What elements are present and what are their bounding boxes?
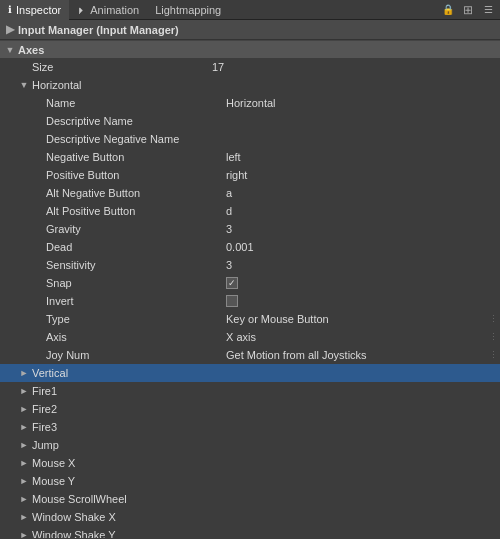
horizontal-row-label: Horizontal: [32, 79, 212, 91]
windowshakey-row-arrow: [18, 529, 30, 538]
neg-btn-row[interactable]: Negative Buttonleft: [0, 148, 500, 166]
fire1-row[interactable]: Fire1: [0, 382, 500, 400]
snap-row[interactable]: Snap: [0, 274, 500, 292]
joynum-row-drag-handle[interactable]: ⋮: [489, 350, 498, 360]
axes-arrow: [4, 44, 16, 56]
content-area[interactable]: Axes Size17HorizontalNameHorizontalDescr…: [0, 40, 500, 538]
joynum-row-value: Get Motion from all Joysticks: [226, 349, 500, 361]
fire2-row[interactable]: Fire2: [0, 400, 500, 418]
title-bar: ▶ Input Manager (Input Manager): [0, 20, 500, 40]
gravity-row-value: 3: [226, 223, 500, 235]
type-row-value: Key or Mouse Button: [226, 313, 500, 325]
pos-btn-row-label: Positive Button: [46, 169, 226, 181]
name-row-label: Name: [46, 97, 226, 109]
tab-animation[interactable]: ⏵ Animation: [69, 0, 147, 20]
windowshakex-row[interactable]: Window Shake X: [0, 508, 500, 526]
inspector-icon: ℹ: [8, 4, 12, 15]
pos-btn-row-value: right: [226, 169, 500, 181]
sensitivity-row[interactable]: Sensitivity3: [0, 256, 500, 274]
mousex-row-arrow: [18, 457, 30, 469]
axis-row[interactable]: AxisX axis⋮: [0, 328, 500, 346]
windowshakey-row-label: Window Shake Y: [32, 529, 212, 538]
menu-icon[interactable]: ☰: [480, 2, 496, 18]
lock-icon[interactable]: 🔒: [440, 2, 456, 18]
mousey-row[interactable]: Mouse Y: [0, 472, 500, 490]
windowshakex-row-label: Window Shake X: [32, 511, 212, 523]
desc-neg-name-row-label: Descriptive Negative Name: [46, 133, 226, 145]
axis-row-value: X axis: [226, 331, 500, 343]
fire3-row[interactable]: Fire3: [0, 418, 500, 436]
desc-name-row-label: Descriptive Name: [46, 115, 226, 127]
mousex-row-label: Mouse X: [32, 457, 212, 469]
pos-btn-row[interactable]: Positive Buttonright: [0, 166, 500, 184]
tab-inspector[interactable]: ℹ Inspector: [0, 0, 69, 20]
axis-row-drag-handle[interactable]: ⋮: [489, 332, 498, 342]
gravity-row-label: Gravity: [46, 223, 226, 235]
fire2-row-label: Fire2: [32, 403, 212, 415]
invert-row-checkbox[interactable]: [226, 295, 238, 307]
snap-row-label: Snap: [46, 277, 226, 289]
dead-row-value: 0.001: [226, 241, 500, 253]
windowshakex-row-arrow: [18, 511, 30, 523]
neg-btn-row-value: left: [226, 151, 500, 163]
desc-name-row[interactable]: Descriptive Name: [0, 112, 500, 130]
alt-neg-btn-row-value: a: [226, 187, 500, 199]
dead-row[interactable]: Dead0.001: [0, 238, 500, 256]
type-row-label: Type: [46, 313, 226, 325]
fire3-row-label: Fire3: [32, 421, 212, 433]
name-row-value: Horizontal: [226, 97, 500, 109]
mousex-row[interactable]: Mouse X: [0, 454, 500, 472]
fire2-row-arrow: [18, 403, 30, 415]
type-row[interactable]: TypeKey or Mouse Button⋮: [0, 310, 500, 328]
vertical-row-label: Vertical: [32, 367, 212, 379]
gravity-row[interactable]: Gravity3: [0, 220, 500, 238]
tab-lightmapping-label: Lightmapping: [155, 4, 221, 16]
title-arrow: ▶: [6, 23, 14, 36]
grid-icon[interactable]: ⊞: [460, 2, 476, 18]
mousescroll-row[interactable]: Mouse ScrollWheel: [0, 490, 500, 508]
mousescroll-row-label: Mouse ScrollWheel: [32, 493, 212, 505]
tab-inspector-label: Inspector: [16, 4, 61, 16]
alt-pos-btn-row-label: Alt Positive Button: [46, 205, 226, 217]
alt-pos-btn-row[interactable]: Alt Positive Buttond: [0, 202, 500, 220]
axis-row-label: Axis: [46, 331, 226, 343]
tab-lightmapping[interactable]: Lightmapping: [147, 0, 229, 20]
desc-neg-name-row[interactable]: Descriptive Negative Name: [0, 130, 500, 148]
type-row-drag-handle[interactable]: ⋮: [489, 314, 498, 324]
alt-neg-btn-row[interactable]: Alt Negative Buttona: [0, 184, 500, 202]
mousescroll-row-arrow: [18, 493, 30, 505]
tab-animation-label: Animation: [90, 4, 139, 16]
page-title: Input Manager (Input Manager): [18, 24, 179, 36]
sensitivity-row-label: Sensitivity: [46, 259, 226, 271]
vertical-row-arrow: [18, 367, 30, 379]
fire3-row-arrow: [18, 421, 30, 433]
fire1-row-arrow: [18, 385, 30, 397]
size-row[interactable]: Size17: [0, 58, 500, 76]
snap-row-checkbox[interactable]: [226, 277, 238, 289]
animation-icon: ⏵: [77, 5, 86, 15]
horizontal-row-arrow: [18, 79, 30, 91]
alt-neg-btn-row-label: Alt Negative Button: [46, 187, 226, 199]
dead-row-label: Dead: [46, 241, 226, 253]
invert-row-label: Invert: [46, 295, 226, 307]
size-row-value: 17: [212, 61, 500, 73]
axes-section-header: Axes: [0, 40, 500, 58]
horizontal-row[interactable]: Horizontal: [0, 76, 500, 94]
jump-row-arrow: [18, 439, 30, 451]
invert-row[interactable]: Invert: [0, 292, 500, 310]
jump-row-label: Jump: [32, 439, 212, 451]
jump-row[interactable]: Jump: [0, 436, 500, 454]
size-row-label: Size: [32, 61, 212, 73]
rows-container: Size17HorizontalNameHorizontalDescriptiv…: [0, 58, 500, 538]
sensitivity-row-value: 3: [226, 259, 500, 271]
mousey-row-arrow: [18, 475, 30, 487]
joynum-row-label: Joy Num: [46, 349, 226, 361]
vertical-row[interactable]: Vertical: [0, 364, 500, 382]
fire1-row-label: Fire1: [32, 385, 212, 397]
neg-btn-row-label: Negative Button: [46, 151, 226, 163]
joynum-row[interactable]: Joy NumGet Motion from all Joysticks⋮: [0, 346, 500, 364]
windowshakey-row[interactable]: Window Shake Y: [0, 526, 500, 538]
tab-bar: ℹ Inspector ⏵ Animation Lightmapping 🔒 ⊞…: [0, 0, 500, 20]
mousey-row-label: Mouse Y: [32, 475, 212, 487]
name-row[interactable]: NameHorizontal: [0, 94, 500, 112]
